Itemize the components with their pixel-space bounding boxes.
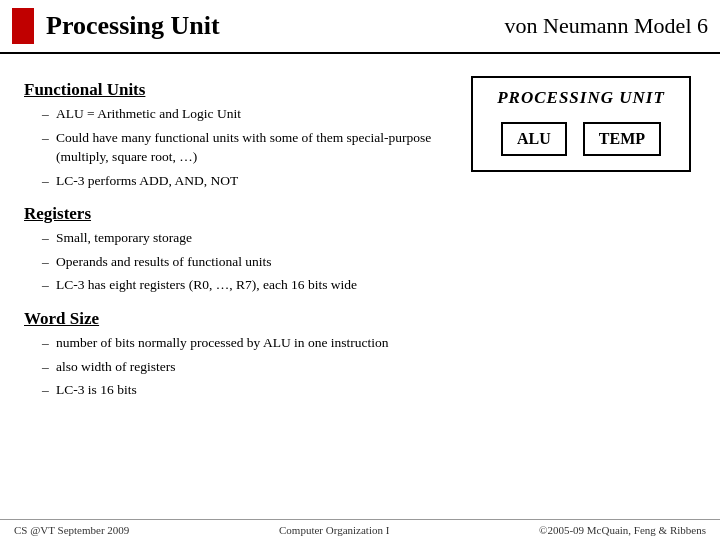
list-item: Could have many functional units with so… xyxy=(42,128,466,167)
list-item: LC-3 performs ADD, AND, NOT xyxy=(42,171,466,191)
subtitle-text: von Neumann Model xyxy=(505,13,692,38)
footer-left: CS @VT September 2009 xyxy=(14,524,129,536)
processing-unit-diagram: PROCESSING UNIT ALU TEMP xyxy=(471,76,691,172)
registers-heading: Registers xyxy=(24,204,466,224)
list-item: ALU = Arithmetic and Logic Unit xyxy=(42,104,466,124)
slide-number: 6 xyxy=(697,13,708,38)
header: Processing Unit von Neumann Model 6 xyxy=(0,0,720,54)
temp-box: TEMP xyxy=(583,122,661,156)
list-item: Operands and results of functional units xyxy=(42,252,466,272)
footer-center: Computer Organization I xyxy=(279,524,389,536)
footer: CS @VT September 2009 Computer Organizat… xyxy=(0,519,720,540)
page-title: Processing Unit xyxy=(46,11,493,41)
functional-units-heading: Functional Units xyxy=(24,80,466,100)
content-left: Functional Units ALU = Arithmetic and Lo… xyxy=(24,66,466,404)
registers-list: Small, temporary storage Operands and re… xyxy=(24,228,466,295)
diagram-area: PROCESSING UNIT ALU TEMP xyxy=(466,66,696,404)
word-size-heading: Word Size xyxy=(24,309,466,329)
header-accent-bar xyxy=(12,8,34,44)
list-item: also width of registers xyxy=(42,357,466,377)
word-size-list: number of bits normally processed by ALU… xyxy=(24,333,466,400)
list-item: LC-3 has eight registers (R0, …, R7), ea… xyxy=(42,275,466,295)
functional-units-list: ALU = Arithmetic and Logic Unit Could ha… xyxy=(24,104,466,190)
word-size-section: Word Size number of bits normally proces… xyxy=(24,309,466,400)
footer-right: ©2005-09 McQuain, Feng & Ribbens xyxy=(539,524,706,536)
alu-box: ALU xyxy=(501,122,567,156)
list-item: Small, temporary storage xyxy=(42,228,466,248)
list-item: LC-3 is 16 bits xyxy=(42,380,466,400)
diagram-title: PROCESSING UNIT xyxy=(485,88,677,108)
list-item: number of bits normally processed by ALU… xyxy=(42,333,466,353)
diagram-units: ALU TEMP xyxy=(485,122,677,156)
main-content: Functional Units ALU = Arithmetic and Lo… xyxy=(0,54,720,410)
header-subtitle: von Neumann Model 6 xyxy=(505,13,708,39)
